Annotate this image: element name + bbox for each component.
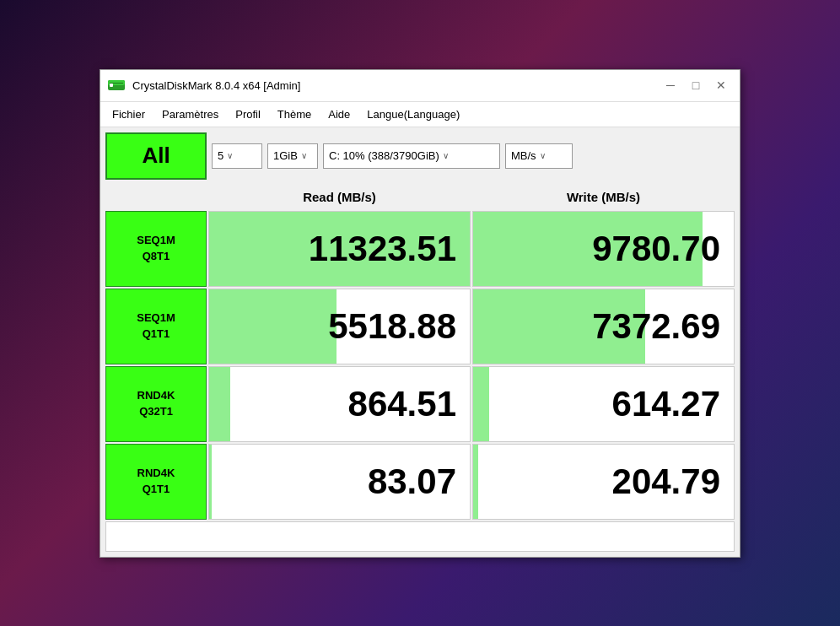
unit-arrow: ∨ <box>540 151 546 160</box>
menu-parametres[interactable]: Paramètres <box>153 105 227 124</box>
read-cell-3: 83.07 <box>208 444 471 520</box>
menu-theme[interactable]: Thème <box>269 105 320 124</box>
read-value-3: 83.07 <box>368 461 456 502</box>
write-value-3: 204.79 <box>612 461 720 502</box>
write-cell-3: 204.79 <box>472 444 735 520</box>
write-value-2: 614.27 <box>612 384 720 424</box>
table-row: SEQ1MQ8T111323.519780.70 <box>105 211 735 287</box>
table-row: RND4KQ32T1864.51614.27 <box>105 366 735 442</box>
svg-rect-3 <box>110 83 123 84</box>
count-select[interactable]: 5 ∨ <box>212 143 262 169</box>
menu-bar: Fichier Paramètres Profil Thème Aide Lan… <box>100 102 740 127</box>
table-row: SEQ1MQ1T15518.887372.69 <box>105 289 735 364</box>
footer-bar <box>105 521 735 552</box>
write-cell-1: 7372.69 <box>472 289 735 364</box>
minimize-button[interactable]: ─ <box>659 76 682 94</box>
main-content: All 5 ∨ 1GiB ∨ C: 10% (388/3790GiB) ∨ MB… <box>100 127 740 557</box>
write-cell-2: 614.27 <box>472 366 735 442</box>
row-label-1: SEQ1MQ1T1 <box>105 289 207 364</box>
close-button[interactable]: ✕ <box>709 76 733 94</box>
row-label-2: RND4KQ32T1 <box>105 366 207 442</box>
read-value-0: 11323.51 <box>309 229 456 269</box>
menu-profil[interactable]: Profil <box>227 105 269 124</box>
title-bar: CrystalDiskMark 8.0.4 x64 [Admin] ─ □ ✕ <box>100 70 740 102</box>
menu-aide[interactable]: Aide <box>320 105 358 124</box>
read-cell-2: 864.51 <box>208 366 471 442</box>
table-header: Read (MB/s) Write (MB/s) <box>105 185 735 209</box>
unit-select[interactable]: MB/s ∨ <box>505 143 573 169</box>
size-arrow: ∨ <box>301 151 307 160</box>
write-value-1: 7372.69 <box>592 306 720 347</box>
title-bar-left: CrystalDiskMark 8.0.4 x64 [Admin] <box>107 76 300 94</box>
read-value-1: 5518.88 <box>328 306 456 347</box>
menu-langue[interactable]: Langue(Language) <box>358 105 468 124</box>
read-cell-1: 5518.88 <box>208 289 471 364</box>
count-arrow: ∨ <box>227 151 233 160</box>
read-value-2: 864.51 <box>348 384 456 424</box>
row-label-0: SEQ1MQ8T1 <box>105 211 207 287</box>
data-rows: SEQ1MQ8T111323.519780.70SEQ1MQ1T15518.88… <box>105 211 735 520</box>
drive-arrow: ∨ <box>443 151 449 160</box>
row-label-3: RND4KQ1T1 <box>105 444 207 520</box>
maximize-button[interactable]: □ <box>684 76 708 94</box>
title-bar-controls: ─ □ ✕ <box>659 76 733 94</box>
write-value-0: 9780.70 <box>592 229 720 269</box>
table-row: RND4KQ1T183.07204.79 <box>105 444 735 520</box>
read-cell-0: 11323.51 <box>208 211 471 287</box>
toolbar: All 5 ∨ 1GiB ∨ C: 10% (388/3790GiB) ∨ MB… <box>105 132 735 180</box>
col-read-header: Read (MB/s) <box>208 185 471 209</box>
drive-select[interactable]: C: 10% (388/3790GiB) ∨ <box>323 143 500 169</box>
window-title: CrystalDiskMark 8.0.4 x64 [Admin] <box>132 79 300 92</box>
app-window: CrystalDiskMark 8.0.4 x64 [Admin] ─ □ ✕ … <box>100 69 740 558</box>
col-write-header: Write (MB/s) <box>472 185 735 209</box>
size-select[interactable]: 1GiB ∨ <box>267 143 318 169</box>
all-button[interactable]: All <box>105 132 207 180</box>
menu-fichier[interactable]: Fichier <box>104 105 153 124</box>
app-icon <box>107 76 126 94</box>
write-cell-0: 9780.70 <box>472 211 735 287</box>
svg-rect-2 <box>110 84 113 87</box>
